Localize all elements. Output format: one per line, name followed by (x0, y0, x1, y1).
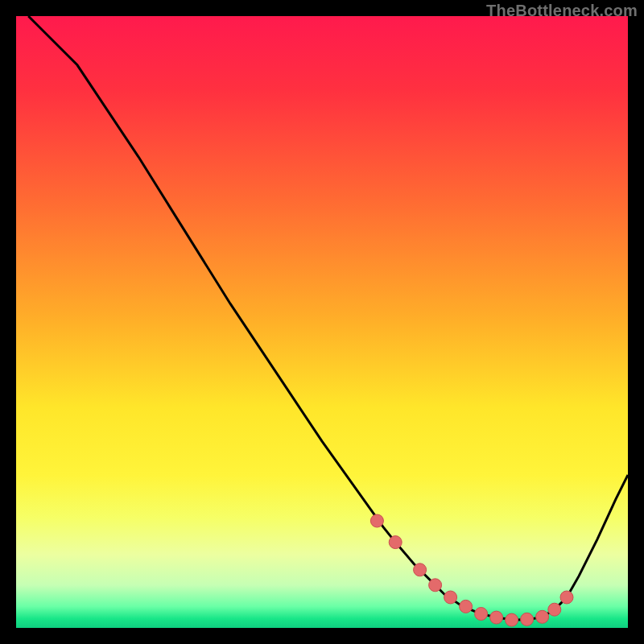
curve-marker (521, 613, 534, 625)
curve-marker (560, 591, 573, 604)
curve-marker (490, 611, 503, 624)
curve-marker (548, 603, 561, 616)
curve-marker (506, 613, 518, 626)
curve-marker (536, 610, 549, 623)
curve-marker (414, 564, 427, 576)
curve-marker (444, 591, 457, 604)
curve-marker (475, 608, 488, 621)
chart-canvas (16, 16, 628, 628)
curve-marker (460, 600, 473, 613)
gradient-background (16, 16, 628, 628)
curve-marker (370, 514, 383, 527)
curve-marker (429, 579, 442, 592)
curve-marker (389, 536, 402, 549)
